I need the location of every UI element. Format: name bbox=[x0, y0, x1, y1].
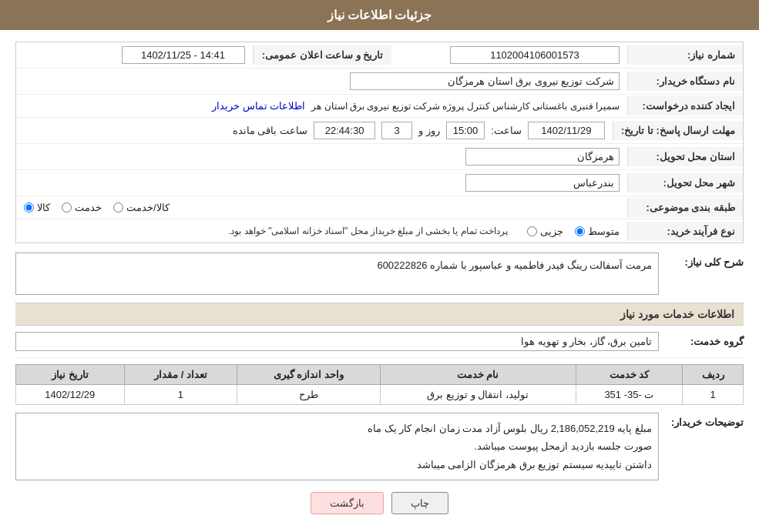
cell-row-num: 1 bbox=[683, 385, 744, 405]
radio-jozee-label: جزیی bbox=[540, 226, 563, 237]
label-province: استان محل تحویل: bbox=[627, 147, 743, 166]
row-purchase-type: نوع فرآیند خرید: جزیی متوسط پرداخت تمام … bbox=[16, 219, 743, 243]
services-table: ردیف کد خدمت نام خدمت واحد اندازه گیری ت… bbox=[15, 364, 744, 405]
label-category: طبقه بندی موضوعی: bbox=[627, 198, 743, 217]
deadline-time-label: ساعت: bbox=[491, 125, 522, 136]
col-date: تاریخ نیاز bbox=[16, 365, 125, 385]
services-section-title: اطلاعات خدمات مورد نیاز bbox=[15, 303, 744, 326]
value-city: بندرعباس bbox=[16, 170, 627, 196]
buyer-org-box: شرکت توزیع نیروی برق استان هرمزگان bbox=[350, 72, 620, 90]
print-button[interactable]: چاپ bbox=[391, 492, 448, 514]
col-unit: واحد اندازه گیری bbox=[237, 365, 380, 385]
label-service-group: گروه خدمت: bbox=[667, 336, 744, 347]
cell-service-code: ت -35- 351 bbox=[576, 385, 683, 405]
value-purchase-type: جزیی متوسط پرداخت تمام یا بخشی از مبلغ خ… bbox=[16, 222, 627, 241]
description-value: مرمت آسفالت رینگ فیدر فاطمیه و عباسپور ب… bbox=[15, 253, 659, 295]
deadline-time-box: 15:00 bbox=[446, 122, 485, 139]
radio-motawaset-label: متوسط bbox=[588, 226, 620, 237]
request-number-box: 1102004106001573 bbox=[450, 46, 620, 64]
description-section: شرح کلی نیاز: مرمت آسفالت رینگ فیدر فاطم… bbox=[15, 253, 744, 295]
label-announce: تاریخ و ساعت اعلان عمومی: bbox=[253, 45, 391, 65]
info-section: شماره نیاز: 1102004106001573 تاریخ و ساع… bbox=[15, 42, 744, 243]
label-deadline: مهلت ارسال پاسخ: تا تاریخ: bbox=[613, 121, 743, 140]
notes-section: توضیحات خریدار: مبلغ پایه 2,186,052,219 … bbox=[15, 413, 744, 480]
deadline-days-label: روز و bbox=[418, 125, 440, 136]
cell-quantity: 1 bbox=[124, 385, 237, 405]
value-buyer-org: شرکت توزیع نیروی برق استان هرمزگان bbox=[16, 69, 627, 94]
value-request-number: 1102004106001573 bbox=[391, 42, 628, 68]
row-category: طبقه بندی موضوعی: کالا خدمت کالا/خدمت bbox=[16, 196, 743, 219]
row-province: استان محل تحویل: هرمزگان bbox=[16, 144, 743, 170]
radio-item-khadamat[interactable]: خدمت bbox=[62, 202, 102, 213]
table-row: 1 ت -35- 351 تولید، انتقال و توزیع برق ط… bbox=[16, 385, 744, 405]
row-buyer-org: نام دستگاه خریدار: شرکت توزیع نیروی برق … bbox=[16, 69, 743, 95]
notes-box: مبلغ پایه 2,186,052,219 ریال بلوس آزاد م… bbox=[15, 413, 659, 480]
label-request-number: شماره نیاز: bbox=[627, 45, 743, 65]
value-deadline: 1402/11/29 ساعت: 15:00 روز و 3 22:44:30 … bbox=[16, 118, 613, 143]
label-purchase-type: نوع فرآیند خرید: bbox=[627, 222, 743, 241]
label-notes: توضیحات خریدار: bbox=[667, 413, 744, 428]
header-title: جزئیات اطلاعات نیاز bbox=[327, 8, 432, 22]
radio-khadamat[interactable] bbox=[62, 202, 72, 212]
label-city: شهر محل تحویل: bbox=[627, 173, 743, 192]
radio-khadamat-label: خدمت bbox=[75, 202, 102, 213]
radio-motawaset[interactable] bbox=[575, 226, 585, 236]
button-row: چاپ بازگشت bbox=[15, 480, 744, 522]
value-announce: 1402/11/25 - 14:41 bbox=[16, 42, 253, 68]
notes-line2: صورت جلسه بازدید ازمحل پیوست میباشد. bbox=[22, 437, 652, 455]
col-service-name: نام خدمت bbox=[380, 365, 576, 385]
label-buyer-org: نام دستگاه خریدار: bbox=[627, 72, 743, 91]
radio-item-jozee[interactable]: جزیی bbox=[527, 226, 563, 237]
services-table-section: ردیف کد خدمت نام خدمت واحد اندازه گیری ت… bbox=[15, 364, 744, 405]
deadline-date-box: 1402/11/29 bbox=[528, 122, 605, 139]
deadline-remaining-box: 22:44:30 bbox=[314, 122, 375, 139]
label-creator: ایجاد کننده درخواست: bbox=[627, 96, 743, 115]
deadline-days-box: 3 bbox=[381, 122, 412, 139]
notes-line3: داشتن تاییدیه سیستم توزیع برق هرمزگان ال… bbox=[22, 456, 652, 473]
value-province: هرمزگان bbox=[16, 144, 627, 169]
col-service-code: کد خدمت bbox=[576, 365, 683, 385]
creator-contact-link[interactable]: اطلاعات تماس خریدار bbox=[212, 100, 305, 112]
main-content: شماره نیاز: 1102004106001573 تاریخ و ساع… bbox=[0, 30, 759, 532]
col-quantity: تعداد / مقدار bbox=[124, 365, 237, 385]
col-row-num: ردیف bbox=[683, 365, 744, 385]
cell-date: 1402/12/29 bbox=[16, 385, 125, 405]
radio-kala-khadamat[interactable] bbox=[113, 202, 123, 212]
page-wrapper: جزئیات اطلاعات نیاز شماره نیاز: 11020041… bbox=[0, 0, 759, 532]
deadline-remaining-label: ساعت باقی مانده bbox=[233, 125, 307, 136]
service-group-row: گروه خدمت: تامین برق، گاز، بخار و تهویه … bbox=[15, 326, 744, 358]
notes-line1: مبلغ پایه 2,186,052,219 ریال بلوس آزاد م… bbox=[22, 420, 652, 437]
value-creator: سمیرا فنبری باغستانی کارشناس کنترل پروژه… bbox=[16, 96, 627, 115]
back-button[interactable]: بازگشت bbox=[311, 492, 384, 514]
radio-kala-label: کالا bbox=[37, 202, 50, 213]
value-service-group: تامین برق، گاز، بخار و تهویه هوا bbox=[15, 332, 659, 351]
row-request-number: شماره نیاز: 1102004106001573 تاریخ و ساع… bbox=[16, 42, 743, 69]
radio-kala[interactable] bbox=[24, 202, 34, 212]
radio-kala-khadamat-label: کالا/خدمت bbox=[126, 202, 170, 213]
row-city: شهر محل تحویل: بندرعباس bbox=[16, 170, 743, 196]
label-description: شرح کلی نیاز: bbox=[667, 253, 744, 268]
announce-date-box: 1402/11/25 - 14:41 bbox=[122, 46, 245, 64]
notes-box-wrapper: مبلغ پایه 2,186,052,219 ریال بلوس آزاد م… bbox=[15, 413, 659, 480]
radio-item-kala-khadamat[interactable]: کالا/خدمت bbox=[113, 202, 170, 213]
cell-unit: طرح bbox=[237, 385, 380, 405]
creator-name: سمیرا فنبری باغستانی کارشناس کنترل پروژه… bbox=[311, 101, 620, 112]
radio-item-kala[interactable]: کالا bbox=[24, 202, 50, 213]
row-creator: ایجاد کننده درخواست: سمیرا فنبری باغستان… bbox=[16, 95, 743, 118]
page-header: جزئیات اطلاعات نیاز bbox=[0, 0, 759, 30]
purchase-note: پرداخت تمام یا بخشی از مبلغ خریداز محل "… bbox=[228, 226, 508, 236]
city-box: بندرعباس bbox=[465, 174, 620, 192]
cell-service-name: تولید، انتقال و توزیع برق bbox=[380, 385, 576, 405]
province-box: هرمزگان bbox=[465, 148, 620, 166]
radio-item-motawaset[interactable]: متوسط bbox=[575, 226, 620, 237]
radio-jozee[interactable] bbox=[527, 226, 537, 236]
value-category: کالا خدمت کالا/خدمت bbox=[16, 198, 627, 217]
row-deadline: مهلت ارسال پاسخ: تا تاریخ: 1402/11/29 سا… bbox=[16, 118, 743, 144]
